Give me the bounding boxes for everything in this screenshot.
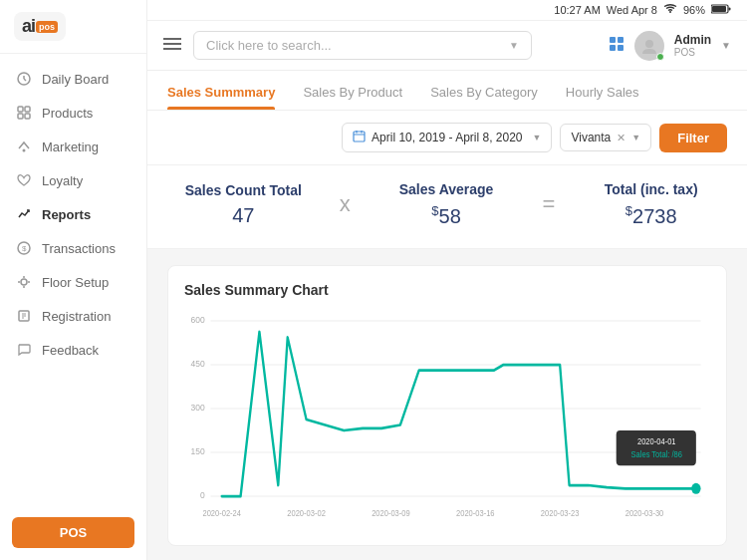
calendar-icon — [353, 130, 366, 145]
sidebar-item-transactions[interactable]: $ Transactions — [0, 231, 146, 265]
sales-average-value: $58 — [371, 203, 523, 228]
avatar-online-dot — [656, 53, 664, 61]
sidebar-label-floor-setup: Floor Setup — [42, 275, 109, 290]
stats-row: Sales Count Total 47 x Sales Average $58… — [147, 165, 747, 249]
date-range-picker[interactable]: April 10, 2019 - April 8, 2020 ▼ — [342, 123, 552, 152]
sidebar-label-products: Products — [42, 106, 93, 121]
svg-text:2020-02-24: 2020-02-24 — [202, 508, 241, 518]
sidebar-item-registration[interactable]: Registration — [0, 299, 146, 333]
svg-line-2 — [24, 79, 26, 81]
feedback-icon — [16, 342, 32, 358]
sidebar-navigation: Daily Board Products Marketing Loyalty R… — [0, 54, 146, 505]
logo-pos-text: pos — [36, 21, 58, 33]
admin-name: Admin — [674, 33, 711, 47]
sidebar-item-marketing[interactable]: Marketing — [0, 130, 146, 163]
products-icon — [16, 105, 32, 121]
wifi-icon — [663, 4, 677, 16]
tab-sales-by-category[interactable]: Sales By Category — [430, 71, 538, 110]
sidebar-item-reports[interactable]: Reports — [0, 197, 146, 231]
sidebar-label-marketing: Marketing — [42, 140, 99, 154]
chart-svg: 600 450 300 150 0 2020-02-24 2020-03-02 … — [184, 310, 710, 529]
chart-area: 600 450 300 150 0 2020-02-24 2020-03-02 … — [184, 310, 710, 529]
svg-point-7 — [23, 149, 26, 152]
sales-count-value: 47 — [167, 204, 320, 227]
transactions-icon: $ — [16, 240, 32, 256]
svg-text:2020-03-16: 2020-03-16 — [456, 508, 495, 518]
sidebar-label-reports: Reports — [42, 207, 91, 222]
page-content: April 10, 2019 - April 8, 2020 ▼ Vivanta… — [147, 111, 747, 560]
multiply-symbol: x — [340, 191, 351, 217]
topbar: Click here to search... ▼ Admin POS ▼ — [147, 21, 747, 71]
svg-rect-20 — [712, 6, 726, 12]
svg-text:$: $ — [22, 244, 27, 253]
daily-board-icon — [16, 71, 32, 87]
search-bar[interactable]: Click here to search... ▼ — [193, 31, 532, 60]
sidebar-item-daily-board[interactable]: Daily Board — [0, 62, 146, 96]
tab-sales-summary[interactable]: Sales Summmary — [167, 71, 275, 110]
svg-text:2020-03-23: 2020-03-23 — [541, 508, 580, 518]
sidebar-item-loyalty[interactable]: Loyalty — [0, 163, 146, 197]
logo-box: aipos — [14, 12, 66, 41]
total-value: $2738 — [575, 203, 727, 228]
pos-button[interactable]: POS — [12, 517, 134, 548]
stat-sales-average: Sales Average $58 — [371, 181, 523, 228]
svg-rect-26 — [618, 37, 623, 43]
loyalty-icon — [16, 172, 32, 188]
stat-total: Total (inc. tax) $2738 — [575, 181, 727, 228]
sidebar-bottom: POS — [0, 505, 146, 560]
sidebar-label-loyalty: Loyalty — [42, 173, 83, 188]
sidebar-item-products[interactable]: Products — [0, 96, 146, 130]
svg-rect-25 — [610, 37, 616, 43]
svg-text:0: 0 — [200, 489, 205, 500]
sidebar: aipos Daily Board Products Marketing L — [0, 0, 147, 560]
svg-rect-5 — [18, 114, 23, 119]
sidebar-item-floor-setup[interactable]: Floor Setup — [0, 265, 146, 299]
sidebar-item-feedback[interactable]: Feedback — [0, 333, 146, 367]
venue-value: Vivanta — [571, 131, 611, 144]
battery-status: 96% — [683, 4, 705, 16]
tab-hourly-sales[interactable]: Hourly Sales — [566, 71, 639, 110]
admin-role: POS — [674, 47, 711, 58]
chart-section: Sales Summary Chart 600 450 300 150 0 — [167, 265, 727, 546]
admin-dropdown-icon[interactable]: ▼ — [721, 40, 731, 51]
grid-icon[interactable] — [609, 36, 624, 56]
svg-text:450: 450 — [191, 358, 205, 369]
svg-text:300: 300 — [191, 402, 205, 413]
status-time: 10:27 AM — [554, 4, 600, 16]
venue-picker[interactable]: Vivanta ✕ ▼ — [560, 124, 651, 151]
chart-title: Sales Summary Chart — [184, 282, 710, 298]
svg-text:150: 150 — [191, 445, 205, 456]
svg-rect-3 — [18, 107, 23, 112]
svg-point-50 — [691, 482, 700, 493]
svg-rect-30 — [354, 132, 365, 141]
svg-rect-51 — [617, 430, 696, 465]
sidebar-label-registration: Registration — [42, 309, 111, 324]
status-day: Wed Apr 8 — [607, 4, 657, 16]
sidebar-label-feedback: Feedback — [42, 343, 99, 358]
registration-icon — [16, 308, 32, 324]
svg-text:Sales Total: /86: Sales Total: /86 — [631, 450, 683, 460]
svg-text:2020-03-02: 2020-03-02 — [287, 508, 326, 518]
filter-button[interactable]: Filter — [659, 124, 727, 152]
reports-icon — [16, 206, 32, 222]
svg-point-29 — [645, 40, 653, 48]
date-picker-arrow: ▼ — [533, 133, 542, 142]
svg-point-10 — [21, 279, 27, 285]
menu-button[interactable] — [163, 35, 181, 56]
venue-clear-icon[interactable]: ✕ — [617, 132, 625, 144]
date-range-value: April 10, 2019 - April 8, 2020 — [372, 131, 522, 144]
sidebar-logo: aipos — [0, 0, 146, 54]
status-bar: 10:27 AM Wed Apr 8 96% — [147, 0, 747, 21]
svg-rect-28 — [618, 45, 623, 51]
avatar-wrapper — [634, 31, 664, 61]
total-label: Total (inc. tax) — [575, 181, 727, 197]
svg-text:2020-04-01: 2020-04-01 — [637, 436, 676, 446]
main-content: 10:27 AM Wed Apr 8 96% Click here to sea… — [147, 0, 747, 560]
svg-text:2020-03-09: 2020-03-09 — [372, 508, 410, 518]
filter-row: April 10, 2019 - April 8, 2020 ▼ Vivanta… — [147, 111, 747, 165]
svg-rect-6 — [25, 114, 30, 119]
topbar-right: Admin POS ▼ — [609, 31, 731, 61]
venue-picker-arrow: ▼ — [631, 133, 640, 142]
tab-sales-by-product[interactable]: Sales By Product — [303, 71, 402, 110]
search-dropdown-icon: ▼ — [509, 40, 519, 51]
